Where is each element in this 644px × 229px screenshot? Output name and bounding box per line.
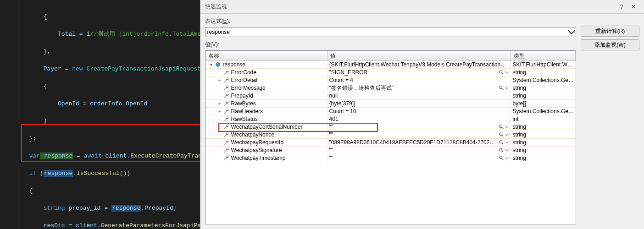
prop-name: WechatpaySignature [231,147,282,153]
cell-name: PrepayId [205,93,328,99]
grid-row[interactable]: WechatpayNonce""string [205,131,576,139]
grid-row[interactable]: ErrorMessage"签名错误，请检查后再试"string [205,84,576,92]
prop-name: WechatpayNonce [231,131,275,138]
wrench-icon [223,124,229,130]
prop-value: null [329,93,509,99]
expander-closed-icon[interactable] [217,78,222,82]
prop-value: 401 [329,116,509,122]
value-label: 值(V): [205,41,576,49]
code-editor-pane: { Total = 1//测试用 (int)orderInfo.TotalAmo… [0,0,200,229]
highlight-response: response [111,205,141,212]
prop-name: WechatpayTimestamp [231,155,286,161]
magnifier-icon[interactable] [499,85,504,91]
wrench-icon [223,108,229,114]
cell-type: byte[] [511,100,576,107]
grid-row[interactable]: WechatpaySignature""string [205,147,576,154]
method-name: ExecuteCreatePayTransactionJsapiAsync [130,153,200,159]
magnifier-icon[interactable] [499,124,504,130]
cell-value: {byte[379]} [328,100,511,107]
quickwatch-title: 快速监视 [205,3,616,11]
grid-row[interactable]: ErrorCode"SIGN_ERROR"string [205,69,576,76]
code-text: Total = [58,31,86,38]
expression-dropdown-icon[interactable] [567,27,576,37]
quickwatch-left: 表达式(E): 值(V): 名称 值 类型 response{SKIT.Flur… [205,17,576,224]
col-type[interactable]: 类型 [511,51,576,60]
magnifier-icon[interactable] [499,147,504,153]
grid-row[interactable]: ErrorDetailCount = 4System.Collections.G… [205,76,576,84]
svg-point-7 [499,133,502,136]
grid-row[interactable]: RawBytes{byte[379]}byte[] [205,100,576,108]
expression-label: 表达式(E): [205,17,576,26]
visualizer-dropdown-icon[interactable] [505,155,509,161]
prop-name: RawStatus [231,116,258,122]
visualizer-dropdown-icon[interactable] [505,132,509,137]
cell-value: "" [328,155,511,161]
wrench-icon [223,85,229,91]
cell-value: "签名错误，请检查后再试" [328,84,511,92]
brace: } [44,118,47,125]
brace: }, [44,48,51,55]
prop-name: RawHeaders [231,108,263,114]
help-button[interactable]: ? [616,4,627,10]
cell-type: string [511,147,576,153]
expander-closed-icon[interactable] [217,109,222,114]
grid-row[interactable]: PrepayIdnullstring [205,92,576,100]
cell-name: ErrorMessage [205,85,328,91]
code-text: client. [102,153,130,159]
cell-value: "" [328,124,511,130]
svg-line-2 [502,73,503,74]
code-area[interactable]: { Total = 1//测试用 (int)orderInfo.TotalAmo… [18,0,200,229]
grid-row[interactable]: RawHeadersCount = 10System.Collections.G… [205,108,576,115]
visualizer-dropdown-icon[interactable] [505,70,509,75]
expander-none [217,117,222,121]
object-icon [215,61,221,68]
prop-value: Count = 10 [329,108,509,114]
cell-name: RawBytes [205,100,328,107]
magnifier-icon[interactable] [499,132,504,137]
expander-none [217,86,222,90]
add-watch-button[interactable]: 添加监视(W) [581,39,639,50]
expander-open-icon[interactable] [209,62,214,67]
visualizer-dropdown-icon[interactable] [505,140,509,145]
visualizer-dropdown-icon[interactable] [505,124,509,130]
brace: }; [29,135,37,142]
grid-row[interactable]: WechatpayCertSerialNumber""string [205,123,576,131]
visualizer-dropdown-icon[interactable] [505,85,509,91]
grid-row[interactable]: WechatpayTimestamp""string [205,154,576,162]
close-button[interactable]: × [627,3,639,11]
expander-closed-icon[interactable] [217,101,222,106]
prop-value: "" [329,155,497,161]
cell-value: Count = 4 [328,77,511,83]
cell-value: "" [328,131,511,138]
grid-row[interactable]: WechatpayRequestId"089F98A98D0610C40418A… [205,139,576,147]
grid-row[interactable]: RawStatus401int [205,115,576,123]
cell-name: ErrorDetail [205,77,328,83]
quickwatch-titlebar[interactable]: 快速监视 ? × [200,0,644,14]
prop-value: "" [329,124,497,130]
kw-if: if [29,170,37,177]
quickwatch-window: 快速监视 ? × 表达式(E): 值(V): 名称 值 类型 response{… [200,0,644,229]
magnifier-icon[interactable] [499,70,504,75]
grid-row[interactable]: response{SKIT.FlurlHttpClient.Wechat.Ten… [205,61,576,69]
cell-value: Count = 10 [328,108,511,114]
eq: = [73,153,83,159]
prop-name: RawBytes [231,100,256,107]
cell-name: WechatpayRequestId [205,139,328,146]
col-name[interactable]: 名称 [205,51,328,60]
cell-type: string [511,155,576,161]
cell-type: string [511,69,576,76]
recalculate-button[interactable]: 重新计算(R) [581,26,639,37]
magnifier-icon[interactable] [499,140,504,145]
svg-line-6 [502,127,503,129]
grid-header: 名称 值 类型 [205,51,576,61]
svg-line-8 [502,135,503,136]
expression-input[interactable] [205,27,576,37]
visualizer-dropdown-icon[interactable] [505,147,509,153]
code-comment: //测试用 (int)orderInfo.TotalAmount * 100,/… [90,31,200,38]
magnifier-icon[interactable] [499,155,504,161]
cell-type: string [511,131,576,138]
col-value[interactable]: 值 [328,51,511,60]
brace: { [29,187,33,194]
expander-none [217,70,222,75]
cell-name: ErrorCode [205,69,328,76]
